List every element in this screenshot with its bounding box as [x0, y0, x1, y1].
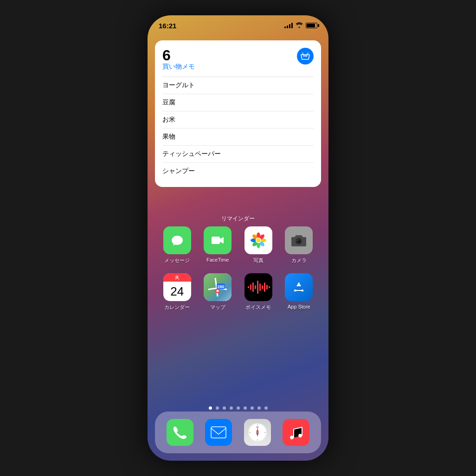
page-dot-6[interactable]	[251, 406, 254, 410]
calendar-icon: 火 24	[163, 273, 191, 301]
svg-point-17	[297, 240, 298, 241]
svg-rect-33	[266, 285, 268, 289]
safari-icon: N	[244, 419, 271, 446]
svg-point-46	[257, 432, 258, 433]
svg-rect-2	[212, 237, 220, 244]
page-dot-2[interactable]	[223, 406, 226, 410]
messages-icon	[163, 226, 191, 254]
facetime-label: FaceTime	[206, 257, 229, 263]
photos-icon	[244, 226, 272, 254]
svg-text:280: 280	[218, 284, 225, 289]
voicememo-label: ボイスメモ	[245, 304, 271, 311]
page-dot-4[interactable]	[237, 406, 240, 410]
widget-item-3: 果物	[162, 129, 314, 146]
app-camera[interactable]: カメラ	[282, 226, 315, 264]
messages-label: メッセージ	[164, 257, 190, 264]
svg-rect-26	[250, 284, 251, 290]
camera-label: カメラ	[291, 257, 307, 264]
appstore-label: App Store	[288, 304, 310, 309]
voicememo-icon	[244, 273, 272, 301]
page-dot-5[interactable]	[244, 406, 247, 410]
widget-item-1: 豆腐	[162, 94, 314, 111]
page-dots	[148, 406, 328, 410]
app-photos[interactable]: 写真	[242, 226, 275, 264]
camera-icon	[285, 226, 313, 254]
dock: N	[155, 412, 321, 453]
dock-phone[interactable]	[167, 419, 193, 446]
widget-item-2: お米	[162, 111, 314, 129]
dock-music[interactable]	[283, 419, 309, 446]
app-grid: メッセージ FaceTime	[148, 226, 328, 320]
page-dot-3[interactable]	[230, 406, 233, 410]
svg-rect-36	[211, 427, 226, 438]
app-voicememo[interactable]: ボイスメモ	[242, 273, 275, 311]
maps-label: マップ	[210, 304, 225, 311]
widget-item-4: ティッシュペーパー	[162, 146, 314, 163]
svg-rect-29	[257, 281, 258, 294]
status-icons	[284, 22, 317, 29]
page-dot-0[interactable]	[209, 406, 212, 410]
phone-icon	[167, 419, 193, 446]
widget-count: 6	[162, 48, 195, 63]
reminders-basket-icon	[297, 48, 314, 64]
page-dot-7[interactable]	[257, 406, 261, 410]
svg-rect-32	[264, 283, 265, 292]
svg-rect-30	[259, 283, 261, 291]
page-dot-1[interactable]	[216, 406, 219, 410]
phone-screen: 16:21	[148, 15, 328, 461]
app-row-1: メッセージ FaceTime	[157, 226, 319, 264]
battery-icon	[306, 23, 317, 28]
maps-icon: 280	[204, 273, 232, 301]
facetime-icon	[204, 226, 232, 254]
dock-safari[interactable]: N	[244, 419, 271, 446]
svg-rect-31	[262, 285, 263, 289]
calendar-label: カレンダー	[164, 304, 190, 311]
app-appstore[interactable]: App Store	[282, 273, 315, 311]
dock-mail[interactable]	[205, 419, 232, 446]
appstore-icon	[285, 273, 313, 301]
phone-frame: 16:21	[148, 15, 328, 461]
svg-rect-27	[252, 283, 254, 292]
reminders-widget[interactable]: 6 買い物メモ ヨーグルト 豆腐 お米 果物 ティッシュペーパー シャンプー	[155, 40, 321, 187]
app-maps[interactable]: 280 マップ	[201, 273, 234, 311]
app-row-2: 火 24 カレンダー	[157, 273, 319, 311]
svg-rect-28	[255, 285, 256, 289]
reminders-source-label: リマインダー	[148, 215, 328, 223]
mail-icon	[205, 419, 232, 446]
widget-item-5: シャンプー	[162, 163, 314, 180]
signal-icon	[284, 23, 293, 28]
widget-header: 6 買い物メモ	[162, 48, 314, 75]
photos-label: 写真	[253, 257, 264, 264]
svg-point-13	[256, 238, 260, 243]
music-icon	[283, 419, 309, 446]
wifi-icon	[296, 22, 303, 29]
status-time: 16:21	[159, 22, 176, 30]
svg-point-23	[217, 290, 219, 292]
widget-item-0: ヨーグルト	[162, 77, 314, 94]
page-dot-8[interactable]	[264, 406, 268, 410]
app-calendar[interactable]: 火 24 カレンダー	[161, 273, 194, 311]
app-messages[interactable]: メッセージ	[161, 226, 194, 264]
widget-title: 買い物メモ	[162, 63, 195, 71]
svg-rect-34	[269, 286, 270, 288]
app-facetime[interactable]: FaceTime	[201, 226, 234, 264]
svg-rect-25	[248, 286, 249, 288]
status-bar: 16:21	[148, 15, 328, 36]
